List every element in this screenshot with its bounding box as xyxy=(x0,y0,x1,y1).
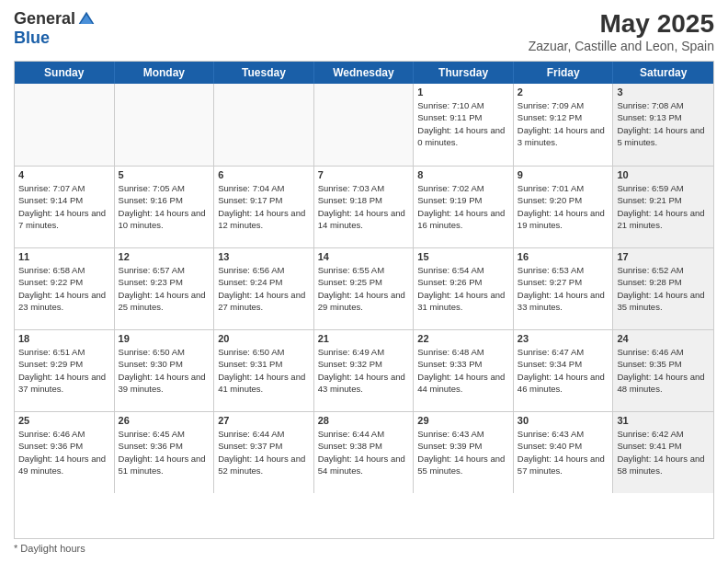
cal-cell: 25 Sunrise: 6:46 AMSunset: 9:36 PMDaylig… xyxy=(15,412,115,493)
cal-cell: 1 Sunrise: 7:10 AMSunset: 9:11 PMDayligh… xyxy=(414,84,514,166)
day-info: Sunrise: 6:51 AMSunset: 9:29 PMDaylight:… xyxy=(18,346,110,395)
day-info: Sunrise: 7:08 AMSunset: 9:13 PMDaylight:… xyxy=(617,99,710,148)
logo-icon xyxy=(77,10,96,29)
header-friday: Friday xyxy=(514,62,614,84)
page: General Blue May 2025 Zazuar, Castille a… xyxy=(0,0,728,563)
day-number: 30 xyxy=(518,415,609,426)
day-info: Sunrise: 6:58 AMSunset: 9:22 PMDaylight:… xyxy=(18,264,110,313)
day-number: 4 xyxy=(18,169,110,180)
day-info: Sunrise: 6:57 AMSunset: 9:23 PMDaylight:… xyxy=(119,264,210,313)
cal-cell: 5 Sunrise: 7:05 AMSunset: 9:16 PMDayligh… xyxy=(115,167,215,247)
location-title: Zazuar, Castille and Leon, Spain xyxy=(529,39,714,53)
day-number: 14 xyxy=(318,251,410,262)
cal-cell: 8 Sunrise: 7:02 AMSunset: 9:19 PMDayligh… xyxy=(414,167,514,247)
day-info: Sunrise: 6:50 AMSunset: 9:30 PMDaylight:… xyxy=(119,346,210,395)
day-number: 12 xyxy=(119,251,210,262)
day-info: Sunrise: 7:01 AMSunset: 9:20 PMDaylight:… xyxy=(518,182,609,231)
header-sunday: Sunday xyxy=(15,62,115,84)
cal-week-4: 25 Sunrise: 6:46 AMSunset: 9:36 PMDaylig… xyxy=(15,411,713,493)
footer-note: * Daylight hours xyxy=(14,543,714,554)
day-number: 21 xyxy=(318,333,410,344)
calendar-body: 1 Sunrise: 7:10 AMSunset: 9:11 PMDayligh… xyxy=(15,84,713,493)
cal-cell: 15 Sunrise: 6:54 AMSunset: 9:26 PMDaylig… xyxy=(414,248,514,329)
cal-cell: 9 Sunrise: 7:01 AMSunset: 9:20 PMDayligh… xyxy=(514,167,614,247)
header-wednesday: Wednesday xyxy=(314,62,415,84)
title-section: May 2025 Zazuar, Castille and Leon, Spai… xyxy=(529,9,714,53)
cal-cell: 13 Sunrise: 6:56 AMSunset: 9:24 PMDaylig… xyxy=(214,248,314,329)
cal-cell: 30 Sunrise: 6:43 AMSunset: 9:40 PMDaylig… xyxy=(514,412,614,493)
day-info: Sunrise: 7:09 AMSunset: 9:12 PMDaylight:… xyxy=(518,99,609,148)
day-number: 16 xyxy=(518,251,609,262)
cal-cell: 20 Sunrise: 6:50 AMSunset: 9:31 PMDaylig… xyxy=(214,330,314,411)
cal-cell xyxy=(115,84,215,166)
cal-cell: 16 Sunrise: 6:53 AMSunset: 9:27 PMDaylig… xyxy=(514,248,614,329)
cal-cell: 17 Sunrise: 6:52 AMSunset: 9:28 PMDaylig… xyxy=(613,248,713,329)
day-info: Sunrise: 7:02 AMSunset: 9:19 PMDaylight:… xyxy=(417,182,509,231)
day-number: 9 xyxy=(518,169,609,180)
cal-week-3: 18 Sunrise: 6:51 AMSunset: 9:29 PMDaylig… xyxy=(15,329,713,411)
day-info: Sunrise: 6:53 AMSunset: 9:27 PMDaylight:… xyxy=(518,264,609,313)
day-info: Sunrise: 7:10 AMSunset: 9:11 PMDaylight:… xyxy=(417,99,509,148)
cal-cell: 28 Sunrise: 6:44 AMSunset: 9:38 PMDaylig… xyxy=(314,412,415,493)
day-number: 8 xyxy=(417,169,509,180)
logo-general: General xyxy=(14,9,75,29)
day-number: 25 xyxy=(18,415,110,426)
day-number: 1 xyxy=(417,86,509,98)
day-info: Sunrise: 6:42 AMSunset: 9:41 PMDaylight:… xyxy=(617,428,710,477)
cal-cell: 21 Sunrise: 6:49 AMSunset: 9:32 PMDaylig… xyxy=(314,330,415,411)
cal-cell: 7 Sunrise: 7:03 AMSunset: 9:18 PMDayligh… xyxy=(314,167,415,247)
day-number: 10 xyxy=(617,169,710,180)
day-number: 5 xyxy=(119,169,210,180)
day-info: Sunrise: 6:55 AMSunset: 9:25 PMDaylight:… xyxy=(318,264,410,313)
footer-label: Daylight hours xyxy=(20,543,85,554)
cal-week-2: 11 Sunrise: 6:58 AMSunset: 9:22 PMDaylig… xyxy=(15,247,713,329)
day-number: 7 xyxy=(318,169,410,180)
logo: General Blue xyxy=(14,9,96,48)
day-number: 23 xyxy=(518,333,609,344)
cal-cell: 27 Sunrise: 6:44 AMSunset: 9:37 PMDaylig… xyxy=(214,412,314,493)
header-monday: Monday xyxy=(115,62,215,84)
day-number: 13 xyxy=(218,251,310,262)
cal-cell xyxy=(314,84,415,166)
day-number: 22 xyxy=(417,333,509,344)
day-info: Sunrise: 6:46 AMSunset: 9:35 PMDaylight:… xyxy=(617,346,710,395)
day-number: 17 xyxy=(617,251,710,262)
header: General Blue May 2025 Zazuar, Castille a… xyxy=(14,9,714,53)
day-info: Sunrise: 6:49 AMSunset: 9:32 PMDaylight:… xyxy=(318,346,410,395)
day-info: Sunrise: 7:07 AMSunset: 9:14 PMDaylight:… xyxy=(18,182,110,231)
day-number: 6 xyxy=(218,169,310,180)
cal-week-1: 4 Sunrise: 7:07 AMSunset: 9:14 PMDayligh… xyxy=(15,166,713,247)
day-number: 20 xyxy=(218,333,310,344)
logo-blue: Blue xyxy=(14,29,50,47)
cal-cell: 3 Sunrise: 7:08 AMSunset: 9:13 PMDayligh… xyxy=(613,84,713,166)
day-number: 29 xyxy=(417,415,509,426)
day-info: Sunrise: 6:50 AMSunset: 9:31 PMDaylight:… xyxy=(218,346,310,395)
day-number: 18 xyxy=(18,333,110,344)
day-number: 31 xyxy=(617,415,710,426)
day-info: Sunrise: 7:03 AMSunset: 9:18 PMDaylight:… xyxy=(318,182,410,231)
cal-cell: 12 Sunrise: 6:57 AMSunset: 9:23 PMDaylig… xyxy=(115,248,215,329)
cal-cell: 19 Sunrise: 6:50 AMSunset: 9:30 PMDaylig… xyxy=(115,330,215,411)
day-number: 26 xyxy=(119,415,210,426)
day-number: 3 xyxy=(617,86,710,98)
cal-cell: 14 Sunrise: 6:55 AMSunset: 9:25 PMDaylig… xyxy=(314,248,415,329)
month-title: May 2025 xyxy=(529,9,714,39)
cal-cell: 22 Sunrise: 6:48 AMSunset: 9:33 PMDaylig… xyxy=(414,330,514,411)
day-number: 2 xyxy=(518,86,609,98)
day-info: Sunrise: 6:48 AMSunset: 9:33 PMDaylight:… xyxy=(417,346,509,395)
day-info: Sunrise: 6:45 AMSunset: 9:36 PMDaylight:… xyxy=(119,428,210,477)
day-info: Sunrise: 6:46 AMSunset: 9:36 PMDaylight:… xyxy=(18,428,110,477)
day-info: Sunrise: 6:43 AMSunset: 9:40 PMDaylight:… xyxy=(518,428,609,477)
day-number: 27 xyxy=(218,415,310,426)
day-info: Sunrise: 7:04 AMSunset: 9:17 PMDaylight:… xyxy=(218,182,310,231)
cal-cell: 23 Sunrise: 6:47 AMSunset: 9:34 PMDaylig… xyxy=(514,330,614,411)
calendar: Sunday Monday Tuesday Wednesday Thursday… xyxy=(14,61,714,539)
day-number: 24 xyxy=(617,333,710,344)
cal-cell: 4 Sunrise: 7:07 AMSunset: 9:14 PMDayligh… xyxy=(15,167,115,247)
day-number: 11 xyxy=(18,251,110,262)
day-info: Sunrise: 6:44 AMSunset: 9:38 PMDaylight:… xyxy=(318,428,410,477)
day-info: Sunrise: 6:47 AMSunset: 9:34 PMDaylight:… xyxy=(518,346,609,395)
cal-cell: 26 Sunrise: 6:45 AMSunset: 9:36 PMDaylig… xyxy=(115,412,215,493)
cal-cell: 31 Sunrise: 6:42 AMSunset: 9:41 PMDaylig… xyxy=(613,412,713,493)
cal-cell: 24 Sunrise: 6:46 AMSunset: 9:35 PMDaylig… xyxy=(613,330,713,411)
